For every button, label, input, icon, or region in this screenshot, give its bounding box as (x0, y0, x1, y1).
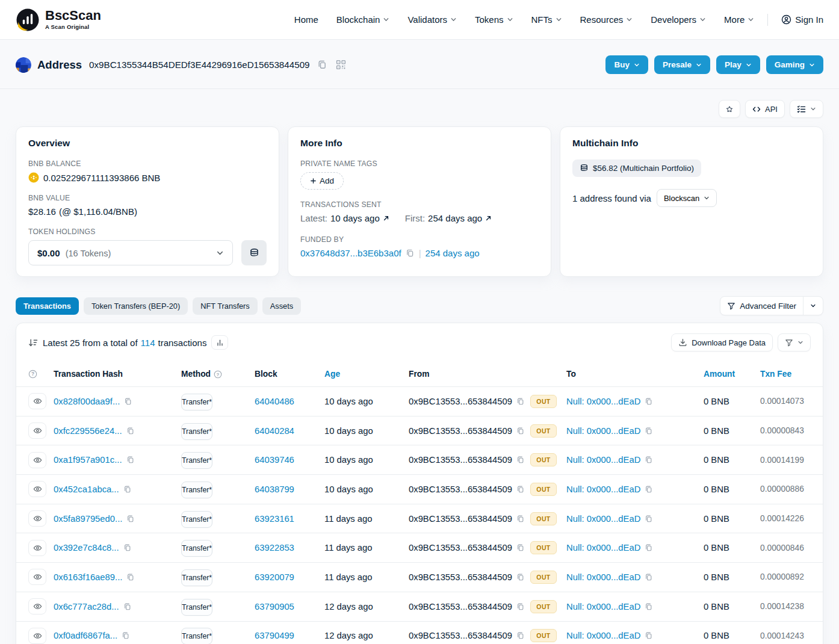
latest-tx-link[interactable] (383, 215, 389, 221)
bscscan-logo[interactable]: BscScan A Scan Original (16, 8, 101, 32)
funded-age-link[interactable]: 254 days ago (426, 248, 480, 258)
preview-tx-button[interactable] (28, 481, 46, 497)
copy-to-button[interactable] (645, 573, 653, 581)
to-address-link[interactable]: Null: 0x000...dEaD (566, 426, 640, 436)
blockscan-dropdown[interactable]: Blockscan (657, 189, 717, 207)
tx-hash-link[interactable]: 0xa1f957a901c... (54, 455, 122, 465)
promo-dropdown-button[interactable]: Play (716, 55, 760, 74)
api-button[interactable]: API (745, 100, 785, 118)
tab-transactions[interactable]: Transactions (16, 297, 79, 315)
tab-assets[interactable]: Assets (262, 297, 301, 315)
block-link[interactable]: 64040284 (255, 426, 294, 436)
method-badge[interactable]: Transfer* (181, 628, 212, 644)
copy-tx-hash-button[interactable] (123, 543, 132, 552)
to-address-link[interactable]: Null: 0x000...dEaD (566, 543, 640, 553)
preview-tx-button[interactable] (28, 510, 46, 527)
tx-hash-link[interactable]: 0x392e7c84c8... (54, 543, 119, 553)
to-address-link[interactable]: Null: 0x000...dEaD (566, 485, 640, 494)
table-filter-button[interactable] (778, 333, 811, 351)
to-address-link[interactable]: Null: 0x000...dEaD (566, 455, 640, 465)
first-tx-link[interactable] (485, 215, 492, 221)
block-link[interactable]: 63790499 (255, 631, 294, 640)
add-name-tag-button[interactable]: Add (300, 172, 344, 190)
tab-token-transfers[interactable]: Token Transfers (BEP-20) (84, 297, 188, 315)
col-amount[interactable]: Amount (704, 370, 760, 379)
promo-dropdown-button[interactable]: Gaming (766, 55, 823, 74)
tab-nft-transfers[interactable]: NFT Transfers (193, 297, 258, 315)
copy-tx-hash-button[interactable] (126, 456, 135, 464)
copy-to-button[interactable] (645, 456, 653, 464)
block-link[interactable]: 63790905 (255, 602, 294, 611)
download-page-data-button[interactable]: Download Page Data (671, 333, 773, 351)
nav-item[interactable]: NFTs (531, 14, 562, 25)
copy-tx-hash-button[interactable] (124, 397, 132, 406)
tx-hash-link[interactable]: 0x452ca1abca... (54, 485, 119, 494)
tx-hash-link[interactable]: 0xfc229556e24... (54, 426, 122, 436)
help-icon[interactable] (214, 370, 222, 379)
copy-to-button[interactable] (645, 631, 653, 640)
copy-tx-hash-button[interactable] (126, 427, 135, 435)
copy-tx-hash-button[interactable] (123, 485, 132, 494)
copy-tx-hash-button[interactable] (122, 631, 130, 640)
nav-item[interactable]: More (724, 14, 754, 25)
qr-code-button[interactable] (335, 58, 347, 71)
sign-in-button[interactable]: Sign In (781, 14, 823, 25)
tx-hash-link[interactable]: 0x828f00daa9f... (54, 397, 120, 406)
preview-tx-button[interactable] (28, 569, 46, 585)
copy-to-button[interactable] (645, 485, 653, 494)
nav-item[interactable]: Tokens (475, 14, 513, 25)
preview-tx-button[interactable] (28, 393, 46, 409)
preview-tx-button[interactable] (28, 540, 46, 556)
copy-from-button[interactable] (516, 602, 525, 611)
copy-from-button[interactable] (516, 543, 525, 552)
favorite-button[interactable] (719, 100, 740, 118)
promo-dropdown-button[interactable]: Presale (654, 55, 710, 74)
method-badge[interactable]: Transfer* (181, 481, 212, 498)
method-badge[interactable]: Transfer* (181, 452, 212, 469)
copy-from-button[interactable] (516, 515, 525, 523)
copy-to-button[interactable] (645, 602, 653, 611)
token-portfolio-button[interactable] (241, 240, 267, 265)
preview-tx-button[interactable] (28, 598, 46, 615)
preview-tx-button[interactable] (28, 628, 46, 644)
copy-from-button[interactable] (516, 456, 525, 464)
nav-item[interactable]: Developers (651, 14, 706, 25)
method-badge[interactable]: Transfer* (181, 569, 212, 586)
block-link[interactable]: 64039746 (255, 455, 294, 465)
block-link[interactable]: 63922853 (255, 543, 294, 553)
col-age[interactable]: Age (324, 370, 409, 379)
tx-hash-link[interactable]: 0x6c777ac28d... (54, 602, 119, 611)
method-badge[interactable]: Transfer* (181, 423, 212, 440)
nav-item[interactable]: Validators (407, 14, 457, 25)
method-badge[interactable]: Transfer* (181, 540, 212, 557)
to-address-link[interactable]: Null: 0x000...dEaD (566, 514, 640, 524)
copy-to-button[interactable] (645, 543, 653, 552)
help-icon[interactable] (28, 370, 37, 379)
copy-to-button[interactable] (645, 427, 653, 435)
tx-hash-link[interactable]: 0xf0adf6867fa... (54, 631, 117, 640)
to-address-link[interactable]: Null: 0x000...dEaD (566, 572, 640, 582)
to-address-link[interactable]: Null: 0x000...dEaD (566, 602, 640, 611)
to-address-link[interactable]: Null: 0x000...dEaD (566, 631, 640, 640)
preview-tx-button[interactable] (28, 423, 46, 439)
analytics-chart-button[interactable] (211, 335, 228, 350)
nav-item[interactable]: Home (294, 14, 318, 25)
copy-address-button[interactable] (316, 58, 329, 71)
promo-dropdown-button[interactable]: Buy (605, 55, 648, 74)
nav-item[interactable]: Blockchain (336, 14, 390, 25)
advanced-filter-dropdown[interactable] (803, 297, 823, 315)
copy-from-button[interactable] (516, 631, 525, 640)
block-link[interactable]: 64038799 (255, 485, 294, 494)
copy-from-button[interactable] (516, 573, 525, 581)
page-options-button[interactable] (790, 100, 823, 118)
method-badge[interactable]: Transfer* (181, 511, 212, 528)
multichain-portfolio-badge[interactable]: $56.82 (Multichain Portfolio) (572, 159, 701, 177)
preview-tx-button[interactable] (28, 452, 46, 468)
tx-hash-link[interactable]: 0x5fa89795ed0... (54, 514, 122, 524)
col-txn-fee[interactable]: Txn Fee (760, 370, 811, 379)
copy-to-button[interactable] (645, 515, 653, 523)
block-link[interactable]: 63920079 (255, 572, 294, 582)
tx-hash-link[interactable]: 0x6163f16ae89... (54, 572, 122, 582)
copy-from-button[interactable] (516, 427, 525, 435)
copy-tx-hash-button[interactable] (126, 573, 135, 581)
